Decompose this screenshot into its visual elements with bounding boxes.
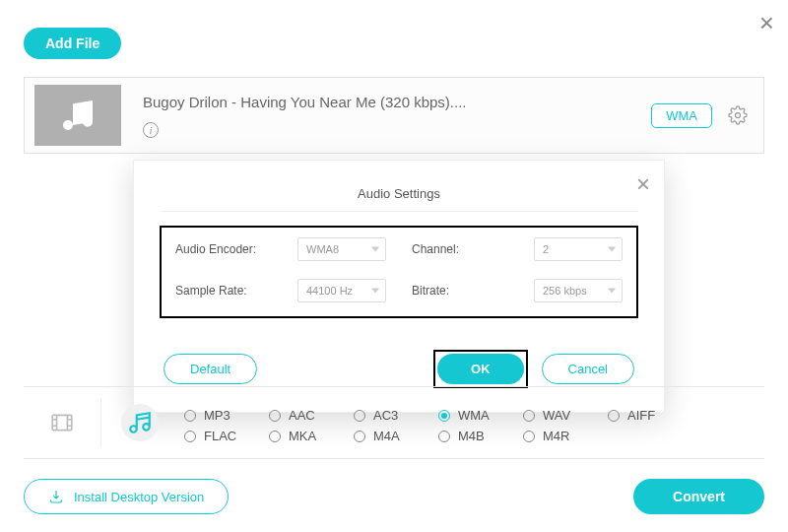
add-file-button[interactable]: Add File (24, 28, 121, 59)
gear-icon[interactable] (728, 105, 748, 125)
radio-icon (523, 410, 535, 422)
channel-select[interactable]: 2 (534, 237, 623, 261)
default-button[interactable]: Default (164, 354, 257, 384)
radio-icon (184, 410, 196, 422)
download-icon (48, 489, 64, 504)
format-badge[interactable]: WMA (651, 103, 712, 128)
format-option-m4r[interactable]: M4R (523, 429, 608, 443)
divider (100, 398, 101, 447)
sample-rate-label: Sample Rate: (175, 284, 247, 298)
setting-bitrate: Bitrate: 256 kbps (412, 279, 623, 302)
format-option-m4a[interactable]: M4A (354, 429, 438, 443)
bottom-bar: Install Desktop Version Convert (24, 479, 764, 514)
radio-icon (523, 431, 535, 442)
file-title: Bugoy Drilon - Having You Near Me (320 k… (143, 94, 651, 110)
file-meta: Bugoy Drilon - Having You Near Me (320 k… (143, 94, 651, 138)
formats-list: MP3AACAC3WMAWAVAIFFFLACMKAM4AM4BM4R (172, 402, 758, 443)
format-label: M4R (543, 429, 569, 443)
install-label: Install Desktop Version (74, 490, 204, 504)
bitrate-label: Bitrate: (412, 284, 449, 298)
radio-icon (354, 410, 365, 422)
format-label: MP3 (204, 408, 230, 423)
format-option-wma[interactable]: WMA (438, 408, 523, 423)
setting-encoder: Audio Encoder: WMA8 (175, 237, 386, 261)
file-thumbnail (34, 85, 121, 146)
info-icon[interactable]: i (143, 122, 159, 138)
radio-icon (269, 410, 281, 422)
video-tab-icon[interactable] (43, 404, 81, 441)
ok-highlight: OK (433, 350, 528, 388)
sample-rate-select[interactable]: 44100 Hz (297, 279, 386, 302)
format-bar: MP3AACAC3WMAWAVAIFFFLACMKAM4AM4BM4R (24, 386, 764, 459)
encoder-select[interactable]: WMA8 (297, 237, 386, 261)
music-note-icon (58, 96, 98, 135)
cancel-button[interactable]: Cancel (542, 354, 634, 384)
format-label: AIFF (627, 408, 655, 423)
convert-button[interactable]: Convert (633, 479, 764, 514)
radio-icon (269, 431, 281, 442)
audio-settings-modal: × Audio Settings Audio Encoder: WMA8 Cha… (133, 160, 665, 413)
radio-icon (438, 410, 450, 422)
format-label: WMA (458, 408, 490, 423)
close-icon[interactable]: × (759, 8, 774, 38)
format-option-aac[interactable]: AAC (269, 408, 354, 423)
radio-icon (184, 431, 196, 442)
format-option-ac3[interactable]: AC3 (354, 408, 438, 423)
radio-icon (438, 431, 450, 442)
audio-tab-icon[interactable] (121, 404, 159, 441)
settings-group: Audio Encoder: WMA8 Channel: 2 Sample Ra… (160, 226, 638, 318)
format-label: FLAC (204, 429, 236, 443)
format-option-mka[interactable]: MKA (269, 429, 354, 443)
radio-icon (608, 410, 620, 422)
ok-button[interactable]: OK (437, 354, 524, 384)
file-row: Bugoy Drilon - Having You Near Me (320 k… (24, 77, 764, 154)
format-label: M4A (373, 429, 400, 443)
format-option-mp3[interactable]: MP3 (184, 408, 269, 423)
install-desktop-button[interactable]: Install Desktop Version (24, 479, 229, 514)
svg-rect-1 (52, 415, 72, 430)
bitrate-select[interactable]: 256 kbps (534, 279, 623, 302)
setting-sample-rate: Sample Rate: 44100 Hz (175, 279, 386, 302)
modal-close-icon[interactable]: × (636, 170, 650, 198)
radio-icon (354, 431, 365, 442)
channel-label: Channel: (412, 242, 459, 256)
format-option-flac[interactable]: FLAC (184, 429, 269, 443)
format-label: M4B (458, 429, 485, 443)
svg-point-0 (736, 113, 741, 118)
encoder-label: Audio Encoder: (175, 242, 256, 256)
format-label: AAC (289, 408, 315, 423)
modal-button-row: Default OK Cancel (160, 350, 638, 388)
format-label: AC3 (373, 408, 398, 423)
format-label: WAV (543, 408, 570, 423)
format-label: MKA (289, 429, 316, 443)
setting-channel: Channel: 2 (412, 237, 623, 261)
format-option-m4b[interactable]: M4B (438, 429, 523, 443)
format-option-wav[interactable]: WAV (523, 408, 608, 423)
modal-title: Audio Settings (160, 178, 638, 212)
format-option-aiff[interactable]: AIFF (608, 408, 692, 423)
